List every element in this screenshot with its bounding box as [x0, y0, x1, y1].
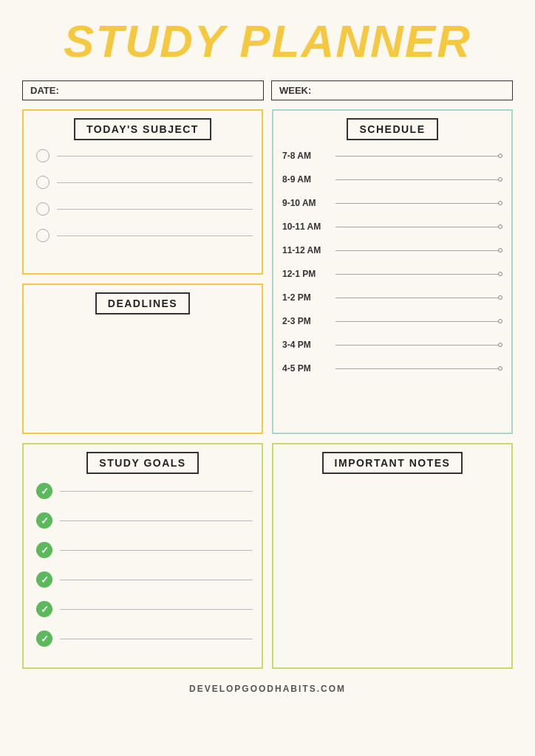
checkmark-icon: ✓ [41, 486, 49, 497]
subject-line [57, 182, 253, 183]
schedule-line-container [335, 338, 502, 351]
circle-bullet [36, 202, 50, 216]
week-box[interactable]: WEEK: [271, 80, 513, 100]
schedule-line [335, 179, 502, 180]
goal-item: ✓ [33, 483, 253, 499]
schedule-row: 11-12 AM [282, 244, 502, 257]
schedule-line [335, 321, 502, 322]
time-label: 11-12 AM [282, 245, 335, 255]
schedule-line [335, 250, 502, 251]
notes-header: IMPORTANT NOTES [322, 452, 463, 474]
subject-item [33, 229, 253, 242]
schedule-row: 8-9 AM [282, 173, 502, 186]
schedule-dot [498, 343, 502, 347]
goal-line [60, 609, 253, 610]
schedule-row: 9-10 AM [282, 196, 502, 210]
page-title: STUDY PLANNER [64, 15, 471, 67]
schedule-line [335, 368, 502, 369]
schedule-header: SCHEDULE [347, 118, 437, 140]
subject-section: TODAY'S SUBJECT [22, 109, 263, 275]
time-label: 2-3 PM [282, 316, 335, 326]
schedule-line [335, 298, 502, 298]
schedule-row: 2-3 PM [282, 315, 502, 328]
schedule-row: 10-11 AM [282, 220, 502, 233]
schedule-line-container [335, 173, 502, 186]
check-circle: ✓ [36, 571, 52, 588]
schedule-dot [498, 272, 502, 276]
schedule-line-container [335, 149, 502, 162]
goal-item: ✓ [33, 512, 253, 529]
checkmark-icon: ✓ [41, 574, 49, 585]
schedule-line-container [335, 291, 502, 304]
check-circle: ✓ [36, 601, 52, 617]
footer: DEVELOPGOODHABITS.COM [189, 684, 346, 694]
check-circle: ✓ [36, 483, 52, 499]
goals-header: STUDY GOALS [86, 452, 198, 474]
goal-line [60, 491, 253, 492]
deadlines-section: DEADLINES [22, 284, 263, 434]
schedule-row: 12-1 PM [282, 267, 502, 281]
deadlines-header: DEADLINES [95, 292, 190, 315]
schedule-line-container [335, 244, 502, 257]
bottom-grid: STUDY GOALS ✓ ✓ ✓ ✓ ✓ [22, 443, 513, 669]
schedule-line-container [335, 362, 502, 375]
goal-item: ✓ [33, 630, 253, 647]
schedule-line-container [335, 196, 502, 210]
time-label: 12-1 PM [282, 269, 335, 279]
checkmark-icon: ✓ [41, 633, 49, 645]
goals-section: STUDY GOALS ✓ ✓ ✓ ✓ ✓ [22, 443, 263, 669]
goal-items: ✓ ✓ ✓ ✓ ✓ ✓ [33, 483, 253, 647]
circle-bullet [36, 176, 50, 189]
date-week-row: DATE: WEEK: [22, 80, 513, 100]
schedule-line [335, 274, 502, 275]
schedule-line [335, 345, 502, 346]
time-label: 8-9 AM [282, 174, 335, 185]
schedule-row: 7-8 AM [282, 149, 502, 162]
schedule-section: SCHEDULE 7-8 AM 8-9 AM 9-10 AM 10-11 AM [272, 109, 513, 434]
schedule-dot [498, 224, 502, 229]
goal-line [60, 520, 253, 521]
time-label: 9-10 AM [282, 198, 335, 208]
schedule-line-container [335, 267, 502, 281]
subject-item [33, 149, 253, 162]
subject-item [33, 202, 253, 216]
checkmark-icon: ✓ [41, 604, 49, 615]
goal-line [60, 639, 253, 639]
time-label: 1-2 PM [282, 292, 335, 303]
schedule-row: 1-2 PM [282, 291, 502, 304]
schedule-slots: 7-8 AM 8-9 AM 9-10 AM 10-11 AM [282, 149, 502, 375]
schedule-dot [498, 248, 502, 252]
time-label: 10-11 AM [282, 221, 335, 232]
subject-line [57, 156, 253, 157]
subject-line [57, 236, 253, 236]
goal-line [60, 550, 253, 551]
notes-section: IMPORTANT NOTES [272, 443, 513, 669]
goal-item: ✓ [33, 542, 253, 558]
date-box[interactable]: DATE: [22, 80, 264, 100]
subject-item [33, 176, 253, 189]
goal-item: ✓ [33, 601, 253, 617]
schedule-dot [498, 319, 502, 323]
schedule-dot [498, 177, 502, 182]
check-circle: ✓ [36, 630, 52, 647]
schedule-line [335, 227, 502, 227]
check-circle: ✓ [36, 542, 52, 558]
goal-item: ✓ [33, 571, 253, 588]
schedule-line [335, 156, 502, 157]
checkmark-icon: ✓ [41, 545, 49, 556]
schedule-row: 3-4 PM [282, 338, 502, 351]
schedule-line [335, 203, 502, 204]
main-grid: TODAY'S SUBJECT SCHEDULE 7-8 AM 8-9 AM 9… [22, 109, 513, 434]
schedule-row: 4-5 PM [282, 362, 502, 375]
subject-header: TODAY'S SUBJECT [74, 118, 211, 140]
schedule-dot [498, 201, 502, 205]
schedule-line-container [335, 315, 502, 328]
checkmark-icon: ✓ [41, 515, 49, 526]
schedule-dot [498, 154, 502, 158]
check-circle: ✓ [36, 512, 52, 529]
schedule-dot [498, 295, 502, 300]
time-label: 7-8 AM [282, 151, 335, 161]
schedule-line-container [335, 220, 502, 233]
goal-line [60, 580, 253, 580]
time-label: 4-5 PM [282, 363, 335, 374]
